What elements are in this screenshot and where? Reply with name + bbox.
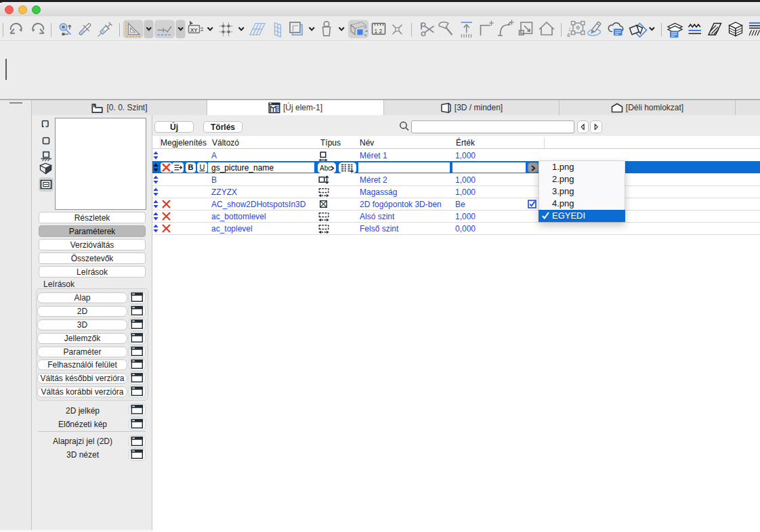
svg-text:1 2: 1 2 (375, 28, 383, 35)
svg-text:XY: XY (190, 27, 198, 33)
svg-text:Abc: Abc (320, 164, 331, 172)
